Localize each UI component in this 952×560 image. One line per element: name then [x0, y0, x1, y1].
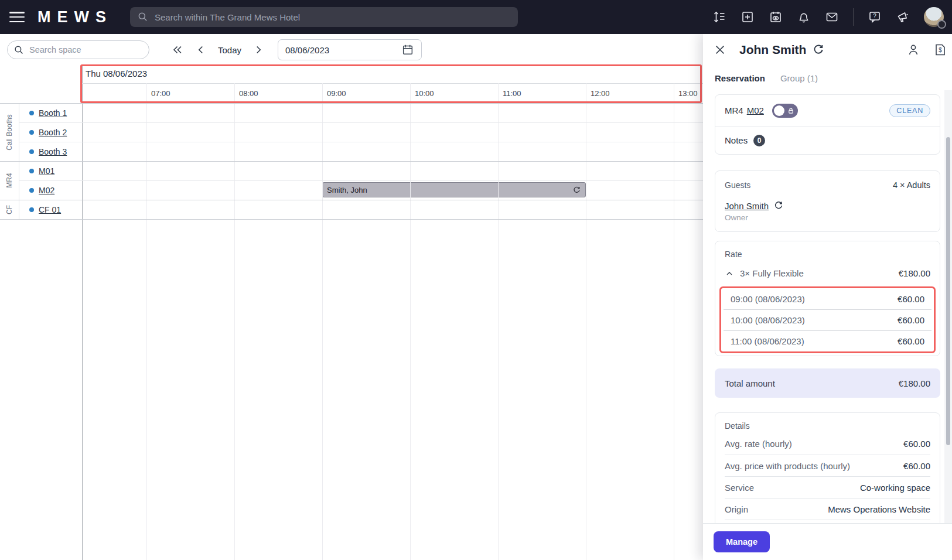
lock-icon	[787, 107, 795, 115]
rate-breakdown-time: 09:00 (08/06/2023)	[731, 294, 805, 304]
total-amount-bar: Total amount €180.00	[715, 368, 940, 398]
space-dot-icon	[29, 188, 34, 193]
tab-group[interactable]: Group (1)	[780, 73, 818, 83]
details-label: Details	[725, 421, 930, 431]
help-icon[interactable]	[868, 10, 882, 24]
details-row-value: €60.00	[903, 439, 930, 449]
collapse-icon[interactable]	[725, 269, 734, 278]
space-row: M02	[19, 180, 82, 200]
calendar-icon[interactable]	[401, 43, 414, 56]
row-divider	[82, 180, 703, 181]
day-header-divider	[82, 83, 703, 84]
rate-card: Rate 3× Fully Flexible €180.00 09:00 (08…	[715, 241, 940, 356]
notes-row[interactable]: Notes 0	[715, 127, 940, 154]
navbar-actions	[712, 0, 944, 34]
hour-label: 09:00	[327, 89, 346, 98]
menu-icon[interactable]	[9, 12, 25, 22]
space-group-label: MR4	[0, 161, 19, 200]
rate-breakdown-row: 10:00 (08/06/2023)€60.00	[724, 309, 931, 330]
panel-title: John Smith	[739, 43, 806, 57]
tab-reservation[interactable]: Reservation	[715, 73, 765, 83]
rate-breakdown-row: 11:00 (08/06/2023)€60.00	[724, 330, 931, 351]
space-link[interactable]: CF 01	[39, 205, 61, 214]
space-dot-icon	[29, 149, 34, 154]
avatar[interactable]	[924, 7, 944, 27]
hour-label: 13:00	[678, 89, 698, 98]
space-card: MR4 M02 CLEAN Notes 0	[715, 94, 940, 155]
guests-header: Guests 4 × Adults	[725, 180, 930, 190]
reservation-bar[interactable]: Smith, John	[322, 182, 586, 197]
announcements-icon[interactable]	[896, 10, 910, 24]
panel-footer: Manage	[703, 523, 952, 560]
next-day-icon[interactable]	[250, 41, 267, 59]
global-search[interactable]	[130, 7, 518, 27]
row-divider	[82, 219, 703, 220]
today-button[interactable]: Today	[216, 45, 244, 55]
space-search-input[interactable]	[29, 45, 135, 54]
density-icon[interactable]	[712, 10, 726, 24]
details-card: Details Avg. rate (hourly)€60.00Avg. pri…	[715, 412, 940, 523]
rate-breakdown-row: 09:00 (08/06/2023)€60.00	[724, 288, 931, 309]
space-status-badge[interactable]: CLEAN	[889, 104, 930, 117]
sidebar-timeline-divider	[82, 64, 83, 560]
space-link[interactable]: M01	[39, 166, 54, 176]
details-row-label: Avg. price with products (hourly)	[725, 461, 850, 471]
details-row-label: Avg. rate (hourly)	[725, 439, 792, 449]
global-search-input[interactable]	[155, 12, 483, 22]
refresh-icon[interactable]	[812, 43, 825, 56]
space-link[interactable]: M02	[39, 186, 54, 195]
space-link[interactable]: Booth 2	[39, 128, 67, 137]
billing-icon[interactable]	[933, 43, 947, 57]
close-icon[interactable]	[714, 43, 726, 56]
hour-gridline	[234, 83, 235, 560]
guest-name-link[interactable]: John Smith	[725, 201, 769, 211]
panel-tabs: Reservation Group (1)	[715, 66, 818, 90]
rate-breakdown-amount: €60.00	[898, 336, 924, 346]
space-code-link[interactable]: M02	[747, 105, 764, 115]
panel-scrollbar-thumb[interactable]	[946, 137, 950, 445]
space-link[interactable]: Booth 3	[39, 147, 67, 156]
space-lock-toggle[interactable]	[772, 104, 798, 118]
notifications-icon[interactable]	[797, 10, 811, 24]
create-icon[interactable]	[741, 10, 755, 24]
space-group-label: CF	[0, 200, 19, 219]
search-icon	[137, 11, 149, 23]
date-input[interactable]: 08/06/2023	[278, 39, 422, 60]
space-dot-icon	[29, 169, 34, 173]
search-icon	[13, 45, 25, 56]
rate-breakdown-time: 10:00 (08/06/2023)	[731, 315, 805, 325]
row-divider	[0, 161, 82, 162]
manage-button[interactable]: Manage	[714, 531, 770, 552]
row-divider	[82, 142, 703, 142]
calendar-view-icon[interactable]	[769, 10, 783, 24]
guest-profile-icon[interactable]	[906, 43, 920, 57]
spaces-sidebar: Call BoothsBooth 1Booth 2Booth 3MR4M01M0…	[0, 64, 82, 560]
notes-label: Notes	[725, 135, 748, 145]
panel-header: John Smith	[703, 34, 952, 66]
hour-label: 08:00	[239, 89, 258, 98]
row-divider	[19, 180, 82, 181]
space-row: Booth 1	[19, 103, 82, 122]
space-dot-icon	[29, 111, 34, 115]
hour-gridline	[674, 83, 674, 560]
details-row: OriginMews Operations Website	[725, 498, 930, 520]
guests-card: Guests 4 × Adults John Smith Owner	[715, 170, 940, 232]
prev-day-icon[interactable]	[192, 41, 210, 59]
space-row: Booth 2	[19, 122, 82, 142]
space-group-label: Call Booths	[0, 103, 19, 161]
hour-gridline	[586, 83, 586, 560]
refresh-icon[interactable]	[773, 200, 784, 211]
details-rows: Avg. rate (hourly)€60.00Avg. price with …	[725, 433, 930, 523]
space-search[interactable]	[7, 40, 149, 59]
messages-icon[interactable]	[825, 10, 839, 24]
total-amount-label: Total amount	[725, 378, 775, 388]
rate-breakdown-time: 11:00 (08/06/2023)	[731, 336, 804, 346]
hour-gridline	[410, 83, 411, 560]
rate-breakdown-amount: €60.00	[898, 315, 924, 325]
jump-back-icon[interactable]	[169, 41, 186, 59]
details-row: Avg. price with products (hourly)€60.00	[725, 455, 930, 476]
space-dot-icon	[29, 207, 34, 212]
space-link[interactable]: Booth 1	[39, 108, 67, 118]
row-divider	[82, 103, 703, 104]
rate-summary-row: 3× Fully Flexible €180.00	[725, 268, 930, 285]
